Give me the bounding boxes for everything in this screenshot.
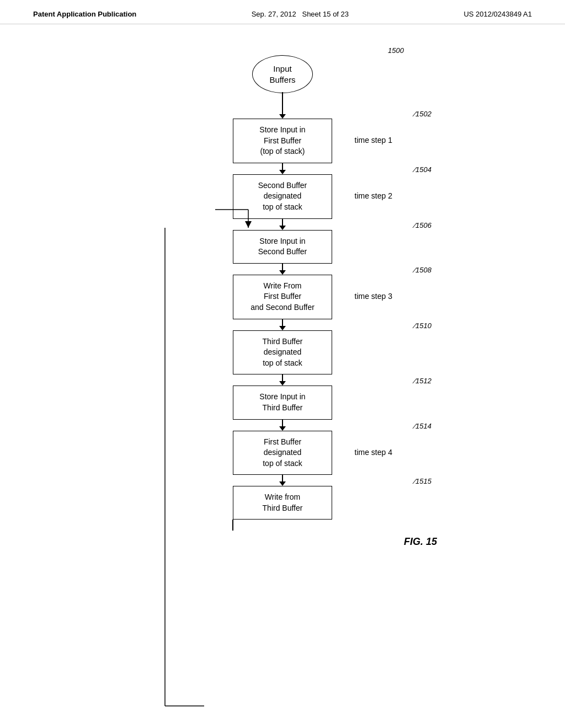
ref-1514: ∕1514 bbox=[414, 422, 431, 430]
node-1510: Third Buffer designated top of stack bbox=[233, 330, 332, 375]
node-1514: First Buffer designated top of stacktime… bbox=[233, 431, 332, 475]
ref-1512: ∕1512 bbox=[414, 377, 431, 385]
fig-label: FIG. 15 bbox=[404, 536, 437, 548]
time-step-1: time step 1 bbox=[355, 136, 392, 147]
ref-1510: ∕1510 bbox=[414, 322, 431, 330]
time-step-3: time step 3 bbox=[355, 291, 392, 302]
node-1515: Write from Third Buffer bbox=[233, 486, 332, 520]
header-center: Sep. 27, 2012 Sheet 15 of 23 bbox=[252, 10, 349, 18]
page-header: Patent Application Publication Sep. 27, … bbox=[0, 0, 565, 24]
time-step-2: time step 2 bbox=[355, 191, 392, 202]
ref-1506: ∕1506 bbox=[414, 221, 431, 229]
node-1506: Store Input in Second Buffer bbox=[233, 230, 332, 264]
diagram-area: 1500 Input Buffers ∕1502 Store Input in … bbox=[0, 24, 565, 548]
ref-1500: 1500 bbox=[388, 46, 404, 55]
node-1508: Write From First Buffer and Second Buffe… bbox=[233, 275, 332, 319]
input-buffers-oval: Input Buffers bbox=[252, 55, 313, 93]
time-step-4: time step 4 bbox=[355, 447, 392, 458]
ref-1508: ∕1508 bbox=[414, 266, 431, 274]
node-1504: Second Buffer designated top of stacktim… bbox=[233, 174, 332, 219]
header-left: Patent Application Publication bbox=[33, 10, 136, 18]
ref-1502: ∕1502 bbox=[414, 110, 431, 118]
node-1512: Store Input in Third Buffer bbox=[233, 386, 332, 419]
header-right: US 2012/0243849 A1 bbox=[463, 10, 532, 18]
ref-1504: ∕1504 bbox=[414, 165, 431, 174]
node-1502: Store Input in First Buffer (top of stac… bbox=[233, 119, 332, 163]
ref-1515: ∕1515 bbox=[414, 477, 431, 485]
